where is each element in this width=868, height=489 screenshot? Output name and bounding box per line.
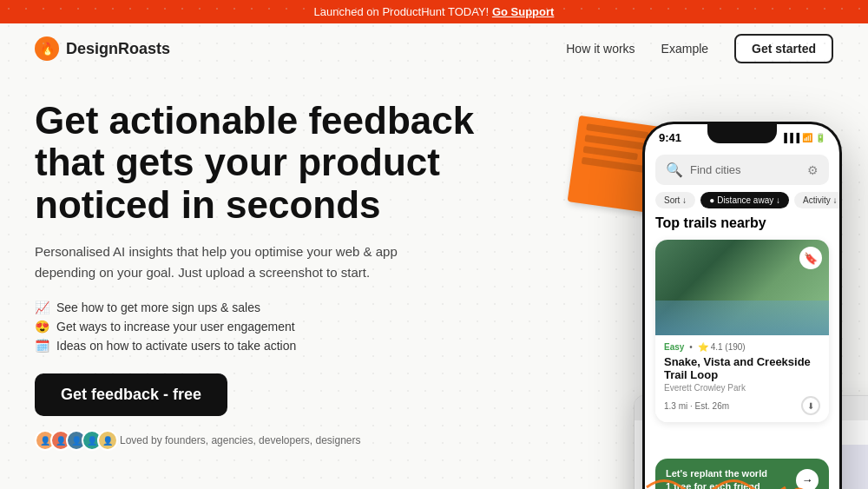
dot-icon: ● [709,195,714,205]
feature-text-1: See how to get more sign ups & sales [56,301,260,314]
section-title: Top trails nearby [645,215,839,231]
social-proof-text: Loved by founders, agencies, developers,… [120,434,361,446]
feature-item-1: 📈 See how to get more sign ups & sales [35,301,486,314]
filter-icon: ⚙ [807,163,819,177]
phone-time: 9:41 [659,131,681,144]
feature-icon-3: 🗓️ [35,339,49,353]
hero-left: Get actionable feedback that gets your p… [35,91,486,489]
phone-inner: 9:41 ▐▐▐ 📶 🔋 🔍 Find cities ⚙ S [645,124,839,489]
get-started-button[interactable]: Get started [734,34,833,63]
search-icon: 🔍 [666,162,683,178]
banner-text: Launched on ProductHunt TODAY! [314,5,490,18]
banner-link[interactable]: Go Support [492,5,555,18]
feature-text-3: Ideas on how to activate users to take a… [56,339,296,353]
feature-text-2: Get ways to increase your user engagemen… [56,320,295,334]
trail-difficulty: Easy • ⭐ 4.1 (190) [664,342,820,352]
feature-icon-2: 😍 [35,320,49,334]
phone-mockup: 9:41 ▐▐▐ 📶 🔋 🔍 Find cities ⚙ S [642,122,842,489]
nav-how-it-works[interactable]: How it works [566,42,635,56]
logo[interactable]: 🔥 DesignRoasts [35,36,170,61]
navbar: 🔥 DesignRoasts How it works Example Get … [0,23,868,74]
phone-search-bar[interactable]: 🔍 Find cities ⚙ [655,155,829,185]
trail-meta: 1.3 mi · Est. 26m ⬇ [664,396,820,415]
filter-activity[interactable]: Activity ↓ [794,192,839,208]
phone-notch [707,124,777,143]
filter-sort[interactable]: Sort ↓ [655,192,695,208]
trail-name: Snake, Vista and Creekside Trail Loop [664,355,820,381]
wifi-icon: 📶 [802,133,812,142]
dot-separator: • [689,342,693,352]
trail-image: 🔖 [655,240,829,335]
trail-location: Everett Crowley Park [664,383,820,393]
phone-icons: ▐▐▐ 📶 🔋 [781,133,825,142]
top-banner: Launched on ProductHunt TODAY! Go Suppor… [0,0,868,23]
logo-icon: 🔥 [35,36,59,61]
signal-icon: ▐▐▐ [781,133,799,142]
trail-card[interactable]: 🔖 Easy • ⭐ 4.1 (190) Snake, Vista and Cr… [655,240,829,422]
bookmark-icon[interactable]: 🔖 [799,247,822,269]
trail-info: Easy • ⭐ 4.1 (190) Snake, Vista and Cree… [655,335,829,422]
trail-distance: 1.3 mi · Est. 26m [664,401,729,411]
phone-filters: Sort ↓ ● Distance away ↓ Activity ↓ [645,192,839,208]
feature-list: 📈 See how to get more sign ups & sales 😍… [35,301,486,353]
nav-example[interactable]: Example [661,42,708,56]
avatar-5: 👤 [97,430,118,451]
filter-distance[interactable]: ● Distance away ↓ [700,192,789,208]
search-placeholder: Find cities [690,163,800,176]
trail-water [655,301,829,335]
scribble-orange [634,470,807,489]
download-button[interactable]: ⬇ [801,396,820,415]
cta-button[interactable]: Get feedback - free [35,373,227,416]
social-proof: 👤 👤 👤 👤 👤 Loved by founders, agencies, d… [35,430,486,451]
distance-label: Distance away ↓ [717,195,780,205]
hero-section: Get actionable feedback that gets your p… [0,74,868,489]
feature-item-3: 🗓️ Ideas on how to activate users to tak… [35,339,486,353]
logo-text: DesignRoasts [66,40,170,58]
activity-label: Activity ↓ [803,195,837,205]
nav-links: How it works Example Get started [566,34,833,63]
difficulty-badge: Easy [664,342,684,352]
trail-rating: ⭐ 4.1 (190) [698,342,746,352]
battery-icon: 🔋 [815,133,825,142]
avatars: 👤 👤 👤 👤 👤 [35,430,113,451]
feature-item-2: 😍 Get ways to increase your user engagem… [35,320,486,334]
hero-right: 9:41 ▐▐▐ 📶 🔋 🔍 Find cities ⚙ S [521,91,833,489]
feature-icon-1: 📈 [35,301,49,314]
hero-subtitle: Personalised AI insights that help you o… [35,241,408,283]
sort-label: Sort ↓ [664,195,687,205]
hero-title: Get actionable feedback that gets your p… [35,100,486,226]
